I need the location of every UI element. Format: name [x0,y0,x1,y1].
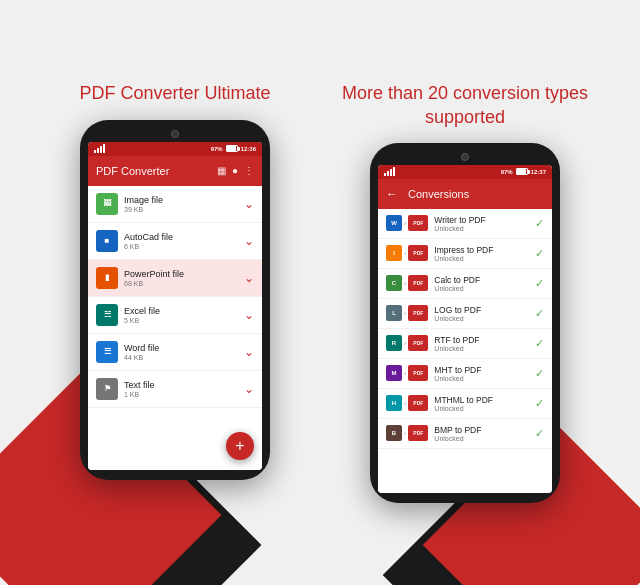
fab-button[interactable]: + [226,432,254,460]
arrow-mthml: › [404,400,406,407]
pdf-badge-bmp: PDF [408,425,428,441]
word-file-name: Word file [124,343,238,353]
word-file-size: 44 KB [124,354,238,361]
battery-pct-left: 97% [211,146,223,152]
time-right: 12:37 [531,169,546,175]
globe-icon[interactable]: ● [232,165,238,176]
conv-log[interactable]: L › PDF LOG to PDF Unlocked ✓ [378,299,552,329]
check-mthml: ✓ [535,397,544,410]
left-title: PDF Converter Ultimate [79,82,270,105]
expand-icon-image[interactable]: ⌄ [244,197,254,211]
autocad-file-size: 6 KB [124,243,238,250]
more-vert-icon[interactable]: ⋮ [244,165,254,176]
left-phone: 97% 12:36 PDF Converter ▦ ● ⋮ 🖼 [80,120,270,480]
conv-status-impress: Unlocked [434,255,531,262]
conv-mthml[interactable]: H › PDF MTHML to PDF Unlocked ✓ [378,389,552,419]
expand-icon-word[interactable]: ⌄ [244,345,254,359]
rtf-src-icon: R [386,335,402,351]
arrow-impress: › [404,250,406,257]
writer-src-icon: W [386,215,402,231]
signal-icon-right [384,168,395,176]
image-file-icon: 🖼 [96,193,118,215]
check-log: ✓ [535,307,544,320]
text-file-info: Text file 1 KB [124,380,238,398]
bmp-src-icon: B [386,425,402,441]
conv-calc[interactable]: C › PDF Calc to PDF Unlocked ✓ [378,269,552,299]
expand-icon-text[interactable]: ⌄ [244,382,254,396]
excel-file-name: Excel file [124,306,238,316]
expand-icon-autocad[interactable]: ⌄ [244,234,254,248]
expand-icon-excel[interactable]: ⌄ [244,308,254,322]
conv-status-writer: Unlocked [434,225,531,232]
right-phone-screen: 97% 12:37 ← Conversions W › PDF [378,165,552,493]
ppt-file-size: 68 KB [124,280,238,287]
camera-dot [171,130,179,138]
image-file-size: 39 KB [124,206,238,213]
arrow-log: › [404,310,406,317]
conv-name-log: LOG to PDF [434,305,531,315]
left-section: PDF Converter Ultimate 97% [45,82,305,479]
right-section: More than 20 conversion types supported … [335,82,595,503]
status-bar-left: 97% 12:36 [88,142,262,156]
arrow-rtf: › [404,340,406,347]
pdf-badge-mthml: PDF [408,395,428,411]
conv-status-calc: Unlocked [434,285,531,292]
left-phone-screen: 97% 12:36 PDF Converter ▦ ● ⋮ 🖼 [88,142,262,470]
conv-status-mthml: Unlocked [434,405,531,412]
excel-file-size: 5 KB [124,317,238,324]
autocad-file-info: AutoCad file 6 KB [124,232,238,250]
status-bar-right: 97% 12:37 [378,165,552,179]
log-src-icon: L [386,305,402,321]
conv-status-bmp: Unlocked [434,435,531,442]
left-app-bar: PDF Converter ▦ ● ⋮ [88,156,262,186]
conv-mht[interactable]: M › PDF MHT to PDF Unlocked ✓ [378,359,552,389]
right-camera-dot [461,153,469,161]
ppt-file-info: PowerPoint file 68 KB [124,269,238,287]
conv-impress[interactable]: I › PDF Impress to PDF Unlocked ✓ [378,239,552,269]
conv-name-mthml: MTHML to PDF [434,395,531,405]
left-app-title: PDF Converter [96,165,211,177]
file-item-text[interactable]: ⚑ Text file 1 KB ⌄ [88,371,262,408]
right-phone: 97% 12:37 ← Conversions W › PDF [370,143,560,503]
conv-name-writer: Writer to PDF [434,215,531,225]
battery-pct-right: 97% [501,169,513,175]
pdf-badge-mht: PDF [408,365,428,381]
arrow-calc: › [404,280,406,287]
time-left: 12:36 [241,146,256,152]
autocad-file-icon: ■ [96,230,118,252]
check-writer: ✓ [535,217,544,230]
impress-src-icon: I [386,245,402,261]
pdf-badge-calc: PDF [408,275,428,291]
main-container: PDF Converter Ultimate 97% [0,62,640,523]
file-list: 🖼 Image file 39 KB ⌄ ■ AutoCad file 6 KB [88,186,262,470]
word-file-info: Word file 44 KB [124,343,238,361]
phone-icon[interactable]: ▦ [217,165,226,176]
expand-icon-ppt[interactable]: ⌄ [244,271,254,285]
conversion-list: W › PDF Writer to PDF Unlocked ✓ I [378,209,552,493]
conv-bmp[interactable]: B › PDF BMP to PDF Unlocked ✓ [378,419,552,449]
conv-rtf[interactable]: R › PDF RTF to PDF Unlocked ✓ [378,329,552,359]
conv-writer[interactable]: W › PDF Writer to PDF Unlocked ✓ [378,209,552,239]
conv-status-rtf: Unlocked [434,345,531,352]
mthml-src-icon: H [386,395,402,411]
conv-name-impress: Impress to PDF [434,245,531,255]
conv-name-calc: Calc to PDF [434,275,531,285]
file-item-excel[interactable]: ☵ Excel file 5 KB ⌄ [88,297,262,334]
file-item-ppt[interactable]: ▮ PowerPoint file 68 KB ⌄ [88,260,262,297]
file-item-autocad[interactable]: ■ AutoCad file 6 KB ⌄ [88,223,262,260]
excel-file-icon: ☵ [96,304,118,326]
pdf-badge-log: PDF [408,305,428,321]
pdf-badge-impress: PDF [408,245,428,261]
check-mht: ✓ [535,367,544,380]
arrow-mht: › [404,370,406,377]
right-app-bar: ← Conversions [378,179,552,209]
word-file-icon: ☰ [96,341,118,363]
conv-status-log: Unlocked [434,315,531,322]
check-bmp: ✓ [535,427,544,440]
back-button[interactable]: ← [386,187,398,201]
conv-name-bmp: BMP to PDF [434,425,531,435]
battery-icon-left [226,145,238,152]
excel-file-info: Excel file 5 KB [124,306,238,324]
file-item-image[interactable]: 🖼 Image file 39 KB ⌄ [88,186,262,223]
file-item-word[interactable]: ☰ Word file 44 KB ⌄ [88,334,262,371]
